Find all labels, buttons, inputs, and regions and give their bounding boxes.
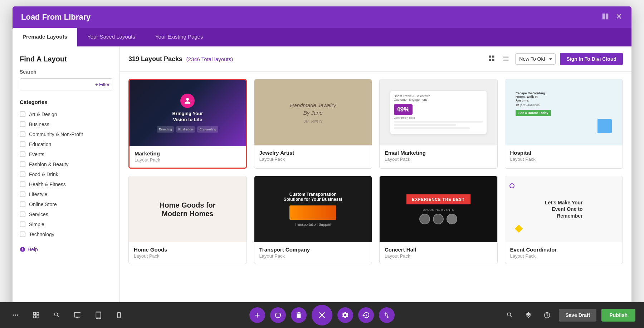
card-type-event: Layout Pack	[510, 253, 618, 259]
tab-existing[interactable]: Your Existing Pages	[145, 28, 213, 46]
history-icon	[362, 311, 370, 319]
power-button[interactable]	[270, 307, 286, 323]
svg-text:?: ?	[21, 248, 24, 251]
category-checkbox-community[interactable]	[20, 131, 25, 137]
search-right-button[interactable]	[503, 308, 517, 322]
close-center-button[interactable]	[312, 305, 332, 325]
card-preview-hospital: Escape the WaitingRoom. Walk InAnytime. …	[505, 79, 623, 145]
dots-menu-button[interactable]	[9, 308, 22, 322]
list-view-button[interactable]	[501, 53, 511, 65]
category-checkbox-technology[interactable]	[20, 232, 25, 237]
category-checkbox-education[interactable]	[20, 141, 25, 147]
layout-card-event[interactable]: Let's Make YourEvent One toRemember Even…	[505, 176, 623, 264]
desktop-view-button[interactable]	[71, 308, 84, 322]
header-controls: New To Old Old To New A to Z Z to A Sign…	[487, 53, 623, 65]
layout-card-marketing[interactable]: Bringing YourVision to Life Branding Ill…	[128, 79, 247, 169]
category-checkbox-health[interactable]	[20, 182, 25, 187]
layout-card-homegoods[interactable]: Home Goods forModern Homes Home Goods La…	[128, 176, 247, 264]
search-right-icon	[506, 312, 513, 319]
category-checkbox-services[interactable]	[20, 212, 25, 217]
category-item[interactable]: Technology	[20, 229, 112, 239]
layout-card-jewelry[interactable]: Handmade JewelryBy Jane Divi Jewelry Jew…	[254, 79, 372, 169]
search-box: + Filter	[20, 78, 112, 90]
search-icon	[53, 312, 60, 319]
sign-in-button[interactable]: Sign In To Divi Cloud	[560, 53, 623, 65]
card-name-email: Email Marketing	[385, 150, 492, 156]
publish-button[interactable]: Publish	[601, 309, 635, 322]
card-preview-homegoods: Home Goods forModern Homes	[129, 176, 247, 242]
mobile-icon	[116, 312, 122, 318]
category-checkbox-art[interactable]	[20, 111, 25, 117]
category-checkbox-food[interactable]	[20, 172, 25, 177]
card-info-concert: Concert Hall Layout Pack	[380, 242, 497, 264]
category-item[interactable]: Food & Drink	[20, 169, 112, 179]
grid-view-button[interactable]	[487, 53, 497, 65]
trash-button[interactable]	[291, 307, 307, 323]
card-name-event: Event Coordinator	[510, 247, 618, 253]
concert-title-block: EXPERIENCE THE BEST	[406, 194, 470, 204]
filter-button[interactable]: + Filter	[95, 82, 109, 87]
category-label-health: Health & Fitness	[29, 182, 66, 187]
layout-card-transport[interactable]: Custom TransportationSolutions for Your …	[254, 176, 372, 264]
help-right-button[interactable]	[540, 308, 554, 322]
tab-premade[interactable]: Premade Layouts	[13, 28, 77, 46]
split-view-icon	[601, 13, 609, 20]
swap-button[interactable]	[379, 307, 395, 323]
tab-saved[interactable]: Your Saved Layouts	[77, 28, 145, 46]
category-checkbox-simple[interactable]	[20, 222, 25, 227]
category-item[interactable]: Online Store	[20, 199, 112, 209]
card-preview-jewelry: Handmade JewelryBy Jane Divi Jewelry	[254, 79, 372, 145]
category-checkbox-events[interactable]	[20, 151, 25, 157]
category-item[interactable]: Education	[20, 139, 112, 149]
category-checkbox-business[interactable]	[20, 121, 25, 127]
category-checkbox-online-store[interactable]	[20, 202, 25, 207]
history-button[interactable]	[358, 307, 374, 323]
toolbar-right: Save Draft Publish	[503, 308, 635, 322]
category-item[interactable]: Art & Design	[20, 109, 112, 119]
save-draft-button[interactable]: Save Draft	[559, 309, 596, 322]
category-item[interactable]: Events	[20, 149, 112, 159]
category-item[interactable]: Simple	[20, 219, 112, 229]
category-checkbox-fashion[interactable]	[20, 161, 25, 167]
category-label-online-store: Online Store	[29, 202, 57, 207]
close-modal-button[interactable]	[615, 13, 623, 22]
card-name-concert: Concert Hall	[385, 247, 492, 253]
help-link[interactable]: ? Help	[20, 247, 112, 252]
modal-body: Find A Layout Search + Filter Categories…	[13, 46, 631, 317]
layout-count-number: 319 Layout Packs	[128, 55, 182, 63]
layout-card-email[interactable]: Boost Traffic & Sales withCustomer Engag…	[379, 79, 498, 169]
event-circle-decoration	[509, 183, 514, 188]
layers-button[interactable]	[522, 308, 535, 322]
svg-point-4	[17, 314, 18, 315]
bottom-toolbar: Save Draft Publish	[0, 302, 644, 328]
main-content: 319 Layout Packs (2346 Total layouts) Ne…	[120, 46, 631, 317]
sort-select[interactable]: New To Old Old To New A to Z Z to A	[515, 53, 556, 65]
category-item[interactable]: Health & Fitness	[20, 179, 112, 189]
category-item[interactable]: Fashion & Beauty	[20, 159, 112, 169]
category-label-art: Art & Design	[29, 111, 57, 117]
category-item[interactable]: Services	[20, 209, 112, 219]
settings-button[interactable]	[337, 307, 353, 323]
category-label-fashion: Fashion & Beauty	[29, 161, 69, 167]
category-item[interactable]: Lifestyle	[20, 189, 112, 199]
mobile-view-button[interactable]	[112, 308, 126, 322]
transport-box	[289, 205, 336, 220]
layout-card-concert[interactable]: EXPERIENCE THE BEST UPCOMING EVENTS Conc…	[379, 176, 498, 264]
category-item[interactable]: Community & Non-Profit	[20, 129, 112, 139]
swap-icon	[383, 311, 391, 319]
category-item[interactable]: Business	[20, 119, 112, 129]
category-label-services: Services	[29, 212, 48, 217]
category-label-simple: Simple	[29, 222, 44, 227]
search-button[interactable]	[50, 308, 64, 322]
category-checkbox-lifestyle[interactable]	[20, 192, 25, 197]
add-button[interactable]	[249, 307, 265, 323]
svg-rect-7	[34, 316, 36, 318]
layout-card-hospital[interactable]: Escape the WaitingRoom. Walk InAnytime. …	[505, 79, 623, 169]
card-info-email: Email Marketing Layout Pack	[380, 145, 497, 167]
card-name-marketing: Marketing	[135, 150, 241, 156]
split-view-button[interactable]	[601, 13, 609, 22]
wireframe-button[interactable]	[29, 308, 43, 322]
category-label-food: Food & Drink	[29, 172, 58, 177]
tablet-view-button[interactable]	[92, 308, 105, 322]
card-preview-concert: EXPERIENCE THE BEST UPCOMING EVENTS	[380, 176, 497, 242]
